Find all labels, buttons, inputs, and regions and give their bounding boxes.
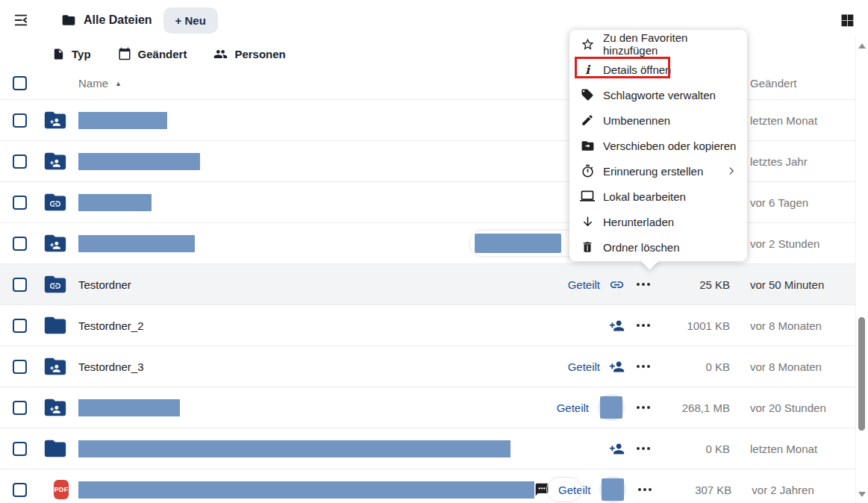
- tag-icon: [580, 88, 595, 101]
- menu-item-label: Details öffnen: [603, 63, 671, 76]
- folder-shared-icon: [33, 107, 69, 133]
- menu-item-open-details[interactable]: i Details öffnen: [569, 57, 747, 82]
- avatar[interactable]: [598, 394, 625, 421]
- file-size: 268,1 MB: [659, 402, 750, 414]
- scrollbar-thumb[interactable]: [858, 317, 865, 431]
- sidebar-toggle-icon: [13, 12, 29, 28]
- file-name[interactable]: Testordner_3: [78, 360, 144, 373]
- file-row-testordner-3[interactable]: Testordner_3 Geteilt 0 KB vor 8 Monaten: [0, 346, 855, 387]
- vertical-scrollbar[interactable]: [855, 36, 868, 503]
- menu-item-edit-locally[interactable]: Lokal bearbeiten: [569, 184, 747, 209]
- download-icon: [580, 215, 595, 229]
- row-checkbox[interactable]: [13, 401, 27, 415]
- row-actions-button[interactable]: [634, 319, 653, 331]
- shared-status-link[interactable]: Geteilt: [557, 402, 589, 414]
- shared-status-link[interactable]: Geteilt: [568, 278, 600, 291]
- folder-shared-icon: [33, 395, 69, 420]
- menu-item-manage-tags[interactable]: Schlagworte verwalten: [569, 82, 747, 107]
- trash-icon: [580, 240, 595, 254]
- menu-item-download[interactable]: Herunterladen: [569, 209, 747, 234]
- redacted-file-name: [78, 112, 167, 129]
- filter-modified-chip[interactable]: Geändert: [118, 47, 187, 60]
- folder-icon: [61, 13, 76, 28]
- scrollbar-down-arrow-icon[interactable]: [858, 492, 866, 497]
- modified-date: vor 2 Jahren: [752, 484, 857, 496]
- menu-item-add-to-favorites[interactable]: Zu den Favoriten hinzufügen: [569, 31, 747, 57]
- modified-date: vor 8 Monaten: [750, 360, 855, 373]
- row-checkbox[interactable]: [13, 360, 27, 374]
- file-row[interactable]: PDF Geteilt 307 KB vor 2 Jahren: [0, 469, 855, 503]
- breadcrumb-label: Alle Dateien: [84, 13, 152, 27]
- people-icon: [213, 47, 228, 61]
- modified-date: vor 2 Stunden: [750, 237, 855, 250]
- menu-item-delete-folder[interactable]: Ordner löschen: [569, 234, 747, 260]
- column-header-modified[interactable]: Geändert: [750, 77, 855, 90]
- shared-status-link[interactable]: Geteilt: [568, 360, 600, 373]
- filter-type-chip[interactable]: Typ: [52, 48, 91, 60]
- filter-people-label: Personen: [234, 48, 285, 60]
- redacted-file-name: [78, 440, 511, 457]
- column-header-name[interactable]: Name: [78, 77, 108, 90]
- row-actions-button[interactable]: [634, 278, 653, 290]
- share-person-add-icon[interactable]: [609, 441, 625, 457]
- modified-date: letzten Monat: [750, 114, 855, 127]
- file-icon: [52, 48, 65, 60]
- folder-move-icon: [580, 139, 595, 153]
- menu-item-create-reminder[interactable]: Erinnerung erstellen: [569, 158, 747, 184]
- file-size: 0 KB: [659, 443, 750, 455]
- calendar-icon: [118, 47, 131, 60]
- row-checkbox[interactable]: [13, 196, 27, 210]
- star-icon: [580, 37, 595, 51]
- sort-ascending-icon[interactable]: ▲: [115, 80, 122, 87]
- redacted-file-name: [78, 399, 180, 416]
- redacted-file-name: [78, 235, 195, 252]
- pencil-icon: [580, 113, 595, 127]
- modified-date: letztes Jahr: [750, 155, 855, 168]
- share-person-add-icon[interactable]: [609, 359, 625, 375]
- menu-item-move-or-copy[interactable]: Verschieben oder kopieren: [569, 133, 747, 158]
- row-checkbox[interactable]: [13, 237, 27, 251]
- file-row-testordner[interactable]: Testordner Geteilt 25 KB vor 50 Minuten: [0, 264, 855, 305]
- scrollbar-up-arrow-icon[interactable]: [858, 43, 866, 49]
- context-menu: Zu den Favoriten hinzufügen i Details öf…: [569, 30, 747, 261]
- row-actions-button[interactable]: [634, 402, 653, 413]
- row-checkbox[interactable]: [13, 319, 27, 333]
- file-row[interactable]: 0 KB letzten Monat: [0, 428, 855, 469]
- file-row[interactable]: Geteilt 268,1 MB vor 20 Stunden: [0, 387, 855, 428]
- file-row-testordner-2[interactable]: Testordner_2 1001 KB vor 8 Monaten: [0, 305, 855, 346]
- clock-icon: [580, 164, 595, 178]
- folder-shared-icon: [33, 354, 69, 379]
- sidebar-toggle-button[interactable]: [10, 10, 31, 31]
- avatar[interactable]: [599, 476, 626, 503]
- grid-view-button[interactable]: [840, 12, 856, 28]
- row-checkbox[interactable]: [13, 483, 27, 497]
- file-name[interactable]: Testordner_2: [78, 319, 144, 332]
- filter-people-chip[interactable]: Personen: [213, 47, 285, 61]
- menu-item-label: Herunterladen: [603, 216, 674, 228]
- menu-item-rename[interactable]: Umbenennen: [569, 107, 747, 133]
- share-person-add-icon[interactable]: [609, 318, 625, 334]
- menu-item-label: Umbenennen: [603, 114, 670, 127]
- folder-link-icon: [33, 272, 69, 297]
- redacted-avatar: [602, 478, 624, 501]
- folder-shared-icon: [33, 231, 69, 256]
- row-checkbox[interactable]: [13, 442, 27, 456]
- redacted-tag-chip: [546, 477, 582, 502]
- row-actions-button[interactable]: [634, 360, 653, 372]
- redacted-share-chip: [469, 230, 581, 257]
- row-checkbox[interactable]: [13, 113, 27, 128]
- select-all-checkbox[interactable]: [13, 76, 27, 90]
- laptop-icon: [580, 189, 595, 204]
- breadcrumb[interactable]: Alle Dateien: [61, 13, 152, 28]
- row-checkbox[interactable]: [13, 154, 27, 169]
- share-link-icon[interactable]: [609, 277, 625, 293]
- row-actions-button[interactable]: [635, 484, 655, 496]
- menu-item-label: Ordner löschen: [603, 241, 680, 254]
- nextcloud-files-app: Alle Dateien + Neu Typ Geändert: [0, 0, 868, 503]
- folder-link-icon: [33, 190, 69, 215]
- row-checkbox[interactable]: [13, 278, 27, 292]
- row-actions-button[interactable]: [634, 443, 653, 454]
- modified-date: letzten Monat: [750, 443, 855, 455]
- file-name[interactable]: Testordner: [78, 278, 131, 291]
- new-button[interactable]: + Neu: [163, 7, 218, 34]
